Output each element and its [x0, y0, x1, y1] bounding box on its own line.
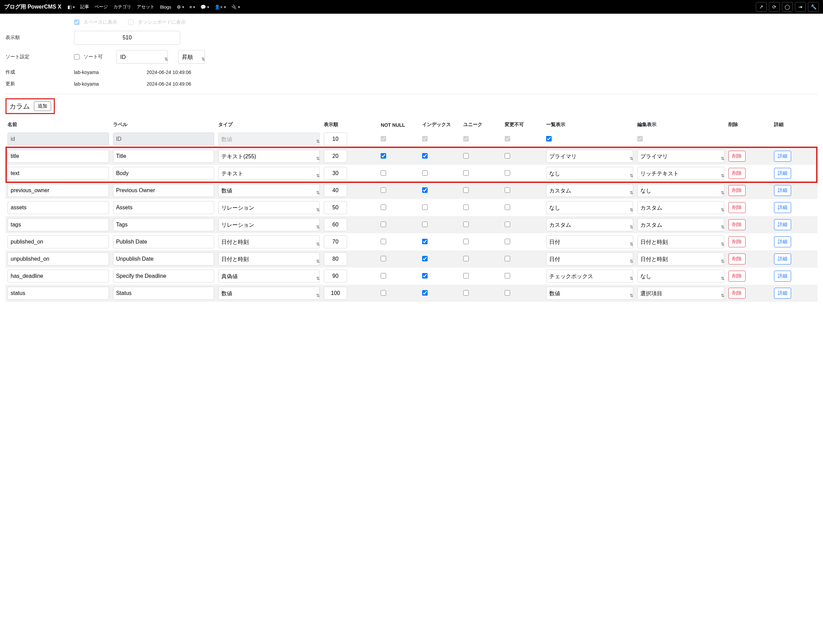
list-select[interactable]: 日付 [546, 235, 633, 248]
delete-button[interactable]: 削除 [728, 185, 746, 196]
edit-select[interactable]: 日付と時刻 [637, 253, 724, 265]
label-input[interactable] [113, 218, 215, 231]
edit-select[interactable]: 選択項目 [637, 287, 724, 300]
order-input[interactable] [74, 31, 180, 44]
external-icon[interactable]: ↗ [756, 2, 767, 12]
index-checkbox[interactable] [422, 256, 428, 261]
notnull-checkbox[interactable] [381, 187, 386, 193]
name-input[interactable] [8, 150, 109, 163]
name-input[interactable] [8, 218, 109, 231]
order-input[interactable] [324, 150, 347, 163]
locked-checkbox[interactable] [505, 273, 510, 279]
label-input[interactable] [113, 201, 215, 214]
user-menu[interactable]: 👤+ [212, 3, 228, 11]
detail-button[interactable]: 詳細 [774, 271, 791, 282]
edit-select[interactable]: カスタム [637, 201, 724, 214]
name-input[interactable] [8, 167, 109, 180]
type-select[interactable]: テキスト [218, 167, 320, 180]
unique-checkbox[interactable] [463, 187, 469, 193]
order-input[interactable] [324, 133, 347, 146]
gear-menu[interactable]: ⚙ [175, 3, 186, 11]
delete-button[interactable]: 削除 [728, 253, 746, 264]
detail-button[interactable]: 詳細 [774, 151, 791, 162]
notnull-checkbox[interactable] [381, 273, 386, 279]
notnull-checkbox[interactable] [381, 204, 386, 210]
label-input[interactable] [113, 253, 215, 265]
nav-assets[interactable]: アセット [135, 2, 157, 11]
type-select[interactable]: 日付と時刻 [218, 253, 320, 265]
index-checkbox[interactable] [422, 204, 428, 210]
name-input[interactable] [8, 287, 109, 300]
unique-checkbox[interactable] [463, 239, 469, 244]
edit-select[interactable]: なし [637, 184, 724, 197]
detail-button[interactable]: 詳細 [774, 288, 791, 299]
locked-checkbox[interactable] [505, 222, 510, 227]
locked-checkbox[interactable] [505, 187, 510, 193]
edit-select[interactable]: プライマリ [637, 150, 724, 163]
notnull-checkbox[interactable] [381, 153, 386, 159]
bookmark-menu[interactable]: ◧ [66, 3, 77, 11]
add-column-button[interactable]: 追加 [34, 101, 51, 111]
order-input[interactable] [324, 270, 347, 283]
detail-button[interactable]: 詳細 [774, 168, 791, 179]
type-select[interactable]: リレーション [218, 201, 320, 214]
list-select[interactable]: カスタム [546, 218, 633, 231]
label-input[interactable] [113, 235, 215, 248]
index-checkbox[interactable] [422, 290, 428, 296]
unique-checkbox[interactable] [463, 170, 469, 176]
name-input[interactable] [8, 270, 109, 283]
list-checkbox[interactable] [546, 136, 552, 141]
unique-checkbox[interactable] [463, 222, 469, 227]
notnull-checkbox[interactable] [381, 256, 386, 261]
delete-button[interactable]: 削除 [728, 219, 746, 230]
nav-articles[interactable]: 記事 [78, 2, 91, 11]
nav-brand[interactable]: ブログ用 PowerCMS X [4, 3, 61, 11]
profile-icon[interactable]: ◯ [782, 2, 793, 12]
type-select[interactable]: 真偽値 [218, 270, 320, 283]
list-select[interactable]: 数値 [546, 287, 633, 300]
notnull-checkbox[interactable] [381, 170, 386, 176]
type-select[interactable]: 数値 [218, 184, 320, 197]
unique-checkbox[interactable] [463, 273, 469, 279]
wrench-icon[interactable]: 🔧 [808, 2, 819, 12]
unique-checkbox[interactable] [463, 290, 469, 296]
order-input[interactable] [324, 201, 347, 214]
detail-button[interactable]: 詳細 [774, 202, 791, 213]
type-select[interactable]: リレーション [218, 218, 320, 231]
label-input[interactable] [113, 287, 215, 300]
sort-dir-select[interactable]: 昇順 [178, 50, 205, 64]
name-input[interactable] [8, 184, 109, 197]
list-select[interactable]: カスタム [546, 184, 633, 197]
locked-checkbox[interactable] [505, 239, 510, 244]
type-select[interactable]: 数値 [218, 287, 320, 300]
name-input[interactable] [8, 253, 109, 265]
sortable-checkbox[interactable] [74, 54, 80, 60]
label-input[interactable] [113, 150, 215, 163]
detail-button[interactable]: 詳細 [774, 253, 791, 264]
locked-checkbox[interactable] [505, 256, 510, 261]
db-menu[interactable]: ≡ [187, 3, 197, 11]
order-input[interactable] [324, 253, 347, 265]
list-select[interactable]: プライマリ [546, 150, 633, 163]
nav-blogs[interactable]: Blogs [158, 3, 174, 11]
index-checkbox[interactable] [422, 153, 428, 159]
locked-checkbox[interactable] [505, 204, 510, 210]
comment-menu[interactable]: 💬 [198, 3, 211, 11]
label-input[interactable] [113, 184, 215, 197]
label-input[interactable] [113, 270, 215, 283]
delete-button[interactable]: 削除 [728, 168, 746, 179]
list-select[interactable]: なし [546, 167, 633, 180]
edit-select[interactable]: 日付と時刻 [637, 235, 724, 248]
type-select[interactable]: テキスト(255) [218, 150, 320, 163]
index-checkbox[interactable] [422, 222, 428, 227]
delete-button[interactable]: 削除 [728, 202, 746, 213]
nav-categories[interactable]: カテゴリ [111, 2, 133, 11]
list-select[interactable]: 日付 [546, 253, 633, 265]
index-checkbox[interactable] [422, 273, 428, 279]
unique-checkbox[interactable] [463, 204, 469, 210]
locked-checkbox[interactable] [505, 153, 510, 159]
plug-menu[interactable]: 🔌 [229, 3, 242, 11]
notnull-checkbox[interactable] [381, 222, 386, 227]
type-select[interactable]: 日付と時刻 [218, 235, 320, 248]
name-input[interactable] [8, 201, 109, 214]
